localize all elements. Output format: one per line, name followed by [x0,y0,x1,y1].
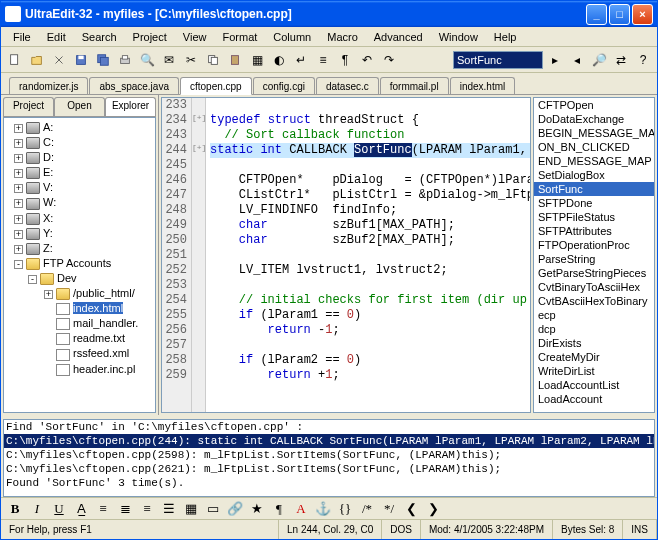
tree-drive[interactable]: E: [6,165,153,180]
menu-window[interactable]: Window [431,29,486,45]
tree-drive[interactable]: Y: [6,226,153,241]
find-result-line[interactable]: C:\myfiles\cftopen.cpp(2598): m_lFtpList… [4,448,654,462]
close-button[interactable]: × [632,4,653,25]
word-wrap-icon[interactable]: ↵ [291,50,311,70]
replace-icon[interactable]: ⇄ [611,50,631,70]
symbol-item[interactable]: CreateMyDir [534,350,654,364]
find-result-line[interactable]: Found 'SortFunc' 3 time(s). [4,476,654,490]
block-start-icon[interactable]: ❮ [401,500,421,518]
new-file-icon[interactable] [5,50,25,70]
fold-column[interactable]: [+][+] [192,98,206,412]
tree-item[interactable]: index.html [6,301,153,316]
symbol-item[interactable]: FTPOperationProc [534,238,654,252]
menu-file[interactable]: File [5,29,39,45]
block-end-icon[interactable]: ❯ [423,500,443,518]
menu-project[interactable]: Project [125,29,175,45]
tree-item[interactable]: readme.txt [6,331,153,346]
find-down-icon[interactable]: ▸ [545,50,565,70]
menu-help[interactable]: Help [486,29,525,45]
find-up-icon[interactable]: ◂ [567,50,587,70]
column-icon[interactable]: ▦ [247,50,267,70]
symbol-item[interactable]: BEGIN_MESSAGE_MAP [534,126,654,140]
symbol-item[interactable]: CvtBAsciiHexToBinary [534,294,654,308]
panel-tab-explorer[interactable]: Explorer [105,97,156,116]
tree-drive[interactable]: Z: [6,241,153,256]
underline-button[interactable]: U [49,500,69,518]
file-tab[interactable]: randomizer.js [9,77,88,94]
code-area[interactable]: typedef struct threadStruct { // Sort ca… [206,98,530,412]
line-numbers-icon[interactable]: ≡ [313,50,333,70]
symbol-item[interactable]: END_MESSAGE_MAP [534,154,654,168]
text-color-icon[interactable]: A [291,500,311,518]
align-left-icon[interactable]: ≡ [93,500,113,518]
file-tab[interactable]: abs_space.java [89,77,179,94]
symbol-item[interactable]: SFTPDone [534,196,654,210]
align-right-icon[interactable]: ≡ [137,500,157,518]
tree-drive[interactable]: C: [6,135,153,150]
symbol-item[interactable]: dcp [534,322,654,336]
panel-tab-project[interactable]: Project [3,97,54,116]
file-tab[interactable]: formmail.pl [380,77,449,94]
italic-button[interactable]: I [27,500,47,518]
code-brace-icon[interactable]: {} [335,500,355,518]
symbol-item[interactable]: LoadAccount [534,392,654,406]
tree-drive[interactable]: V: [6,180,153,195]
minimize-button[interactable]: _ [586,4,607,25]
find-dialog-icon[interactable]: 🔎 [589,50,609,70]
symbol-item[interactable]: WriteDirList [534,364,654,378]
align-center-icon[interactable]: ≣ [115,500,135,518]
spaces-icon[interactable]: ¶ [335,50,355,70]
panel-tab-open[interactable]: Open [54,97,105,116]
paste-icon[interactable] [225,50,245,70]
file-tab[interactable]: cftopen.cpp [180,77,252,95]
help-icon[interactable]: ? [633,50,653,70]
maximize-button[interactable]: □ [609,4,630,25]
file-tab[interactable]: config.cgi [253,77,315,94]
tree-ftp-root[interactable]: FTP Accounts [6,256,153,271]
open-file-icon[interactable] [27,50,47,70]
tree-drive[interactable]: D: [6,150,153,165]
save-all-icon[interactable] [93,50,113,70]
menu-format[interactable]: Format [214,29,265,45]
menu-edit[interactable]: Edit [39,29,74,45]
tree-drive[interactable]: A: [6,120,153,135]
symbol-item[interactable]: SFTPFileStatus [534,210,654,224]
tree-item[interactable]: /public_html/ [6,286,153,301]
print-preview-icon[interactable]: 🔍 [137,50,157,70]
search-input[interactable] [453,51,543,69]
tree-item[interactable]: mail_handler. [6,316,153,331]
symbol-item[interactable]: SortFunc [534,182,654,196]
find-result-line[interactable]: C:\myfiles\cftopen.cpp(244): static int … [4,434,654,448]
cut-icon[interactable]: ✂ [181,50,201,70]
link-icon[interactable]: 🔗 [225,500,245,518]
menu-column[interactable]: Column [265,29,319,45]
symbol-list[interactable]: CFTPOpenDoDataExchangeBEGIN_MESSAGE_MAPO… [533,97,655,413]
undo-icon[interactable]: ↶ [357,50,377,70]
titlebar[interactable]: UltraEdit-32 - myfiles - [C:\myfiles\cft… [1,1,657,27]
image-icon[interactable]: ▭ [203,500,223,518]
uncomment-icon[interactable]: */ [379,500,399,518]
find-result-line[interactable]: Find 'SortFunc' in 'C:\myfiles\cftopen.c… [4,420,654,434]
code-editor[interactable]: 2332342432442452462472482492502512522532… [161,97,531,413]
symbol-item[interactable]: CvtBinaryToAsciiHex [534,280,654,294]
redo-icon[interactable]: ↷ [379,50,399,70]
anchor-icon[interactable]: ⚓ [313,500,333,518]
explorer-tree[interactable]: A:C:D:E:V:W:X:Y:Z:FTP AccountsDev/public… [3,117,156,413]
file-tab[interactable]: index.html [450,77,516,94]
symbol-item[interactable]: CFTPOpen [534,98,654,112]
menu-view[interactable]: View [175,29,215,45]
bold-button[interactable]: B [5,500,25,518]
file-tab[interactable]: datasec.c [316,77,379,94]
symbol-item[interactable]: DirExists [534,336,654,350]
toggle-icon[interactable]: ◐ [269,50,289,70]
table-icon[interactable]: ▦ [181,500,201,518]
find-results[interactable]: Find 'SortFunc' in 'C:\myfiles\cftopen.c… [3,419,655,497]
symbol-item[interactable]: ecp [534,308,654,322]
copy-icon[interactable] [203,50,223,70]
paragraph-icon[interactable]: ¶ [269,500,289,518]
mail-icon[interactable]: ✉ [159,50,179,70]
tree-drive[interactable]: W: [6,195,153,210]
symbol-item[interactable]: ON_BN_CLICKED [534,140,654,154]
menu-macro[interactable]: Macro [319,29,366,45]
list-icon[interactable]: ☰ [159,500,179,518]
